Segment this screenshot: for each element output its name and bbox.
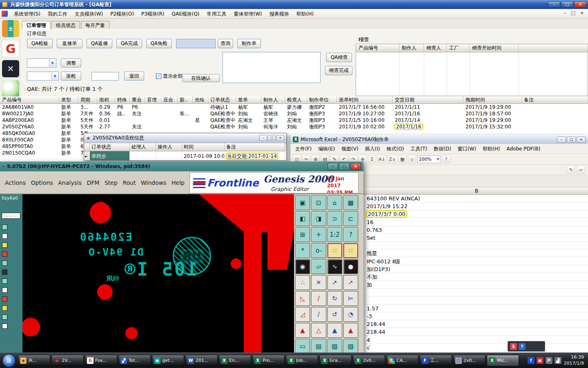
qa-action-button-3[interactable]: QA完成 bbox=[116, 39, 142, 48]
genesis-tool-icon[interactable]: ▤ bbox=[311, 339, 326, 352]
qa-action-button-1[interactable]: 返修单 bbox=[57, 39, 82, 48]
excel-maximize-button[interactable]: □ bbox=[567, 137, 576, 143]
layer-tile[interactable] bbox=[2, 287, 7, 293]
taskbar-item-9[interactable]: XGra... bbox=[319, 355, 352, 366]
chart-wizard-icon[interactable]: ▦ bbox=[399, 155, 407, 163]
genesis-tool-icon[interactable]: ◺ bbox=[295, 291, 310, 306]
order-table-row[interactable]: 8W00217JA0新单7天件0.36战..关注客...QAE检查中刘灿雷晓佳刘… bbox=[0, 110, 588, 117]
printer-icon[interactable]: P bbox=[546, 357, 552, 364]
genesis-tool-icon[interactable]: ⊏ bbox=[343, 211, 358, 226]
step-tab[interactable]: 0zy6a0 bbox=[0, 194, 22, 202]
genesis-tool-icon[interactable]: / bbox=[311, 291, 326, 306]
autosum-icon[interactable]: Σ bbox=[368, 155, 376, 163]
audit-column-header[interactable]: 产品编号 bbox=[356, 44, 399, 52]
genesis-tool-icon[interactable]: ↺ bbox=[327, 307, 342, 322]
genesis-tool-icon[interactable]: ⊨ bbox=[343, 291, 358, 306]
audit-done-button[interactable]: 稽查完成 bbox=[325, 66, 352, 75]
genesis-tool-icon[interactable]: △ bbox=[311, 323, 326, 338]
product-code-field[interactable] bbox=[176, 39, 216, 48]
result-listbox[interactable] bbox=[223, 52, 321, 83]
taskbar-clock[interactable]: 16:39 2017/1/9 bbox=[564, 355, 584, 366]
order-column-header[interactable]: 盲埋 bbox=[145, 96, 161, 104]
genesis-menu-rout[interactable]: Rout bbox=[122, 180, 136, 186]
audit-column-header[interactable]: 稽查人 bbox=[424, 44, 447, 52]
main-menu-item-2[interactable]: 文员模块(W) bbox=[71, 9, 107, 19]
order-column-header[interactable]: 制作单位 bbox=[307, 96, 337, 104]
genesis-tool-icon[interactable]: ◔ bbox=[343, 307, 358, 322]
layer-tile[interactable] bbox=[2, 242, 7, 248]
genesis-tool-icon[interactable]: ● bbox=[343, 259, 358, 274]
layer-tile[interactable] bbox=[2, 278, 7, 284]
excel-menu-item-2[interactable]: 视图(V) bbox=[338, 144, 362, 154]
layer-tile[interactable] bbox=[2, 296, 7, 302]
show-all-checkbox[interactable]: ✓ bbox=[156, 74, 161, 79]
window-menu-icon[interactable]: - bbox=[2, 164, 4, 169]
excel-menu-item-3[interactable]: 插入(I) bbox=[362, 144, 383, 154]
plant-icon[interactable] bbox=[2, 80, 19, 97]
main-menu-item-0[interactable]: 系统管理(S) bbox=[10, 9, 44, 19]
taskbar-item-14[interactable]: XMic... bbox=[487, 355, 519, 366]
main-menu-item-7[interactable]: 窗体管理(W) bbox=[230, 9, 266, 19]
genesis-tool-icon[interactable]: * bbox=[295, 243, 310, 258]
main-menu-item-6[interactable]: 常用工具 bbox=[203, 9, 230, 19]
adjust-select[interactable]: ▼ bbox=[27, 58, 56, 67]
dispatch-select[interactable]: ▼ bbox=[27, 72, 59, 81]
order-column-header[interactable]: 产品编号 bbox=[0, 96, 59, 104]
main-menu-item-3[interactable]: P2模块(O) bbox=[107, 9, 138, 19]
tools-icon[interactable]: ✕ bbox=[2, 60, 19, 77]
dialog-column-header[interactable]: 操作人 bbox=[156, 143, 182, 151]
order-column-header[interactable]: 新.. bbox=[178, 96, 193, 104]
start-button[interactable]: ⊞ bbox=[2, 354, 16, 367]
genesis-tool-icon[interactable]: 1:2 bbox=[327, 227, 342, 242]
excel-menu-item-6[interactable]: 数据(D) bbox=[430, 144, 454, 154]
genesis-tool-icon[interactable]: ∴ bbox=[295, 275, 310, 290]
genesis-tool-icon[interactable]: ▲ bbox=[343, 323, 358, 338]
dialog-column-header[interactable]: 订单状态 bbox=[90, 143, 130, 151]
online-confirm-button[interactable]: 在线确认 bbox=[182, 74, 220, 82]
main-menu-item-5[interactable]: QAE模块(Q) bbox=[168, 9, 203, 19]
genesis-tool-icon[interactable]: ◧ bbox=[295, 211, 310, 226]
excel-menu-item-7[interactable]: 窗口(W) bbox=[454, 144, 479, 154]
mdi-minimize-icon[interactable]: – bbox=[564, 10, 566, 16]
dialog-maximize-button[interactable]: □ bbox=[268, 135, 276, 141]
excel-menu-item-0[interactable]: 文件(F) bbox=[292, 144, 315, 154]
qa-action-button-4[interactable]: QA免检 bbox=[146, 39, 172, 48]
main-menu-item-9[interactable]: 帮助(H) bbox=[293, 9, 317, 19]
order-column-header[interactable]: 周期 bbox=[78, 96, 97, 104]
order-column-header[interactable]: 面积 bbox=[97, 96, 115, 104]
layer-tile[interactable] bbox=[2, 224, 7, 230]
mdi-restore-icon[interactable]: □ bbox=[571, 10, 575, 16]
order-column-header[interactable]: 派单时间 bbox=[337, 96, 393, 104]
main-menu-item-8[interactable]: 报表模块 bbox=[266, 9, 293, 19]
order-column-header[interactable]: 类型 bbox=[59, 96, 78, 104]
dialog-table-row[interactable]: ►单同步2017-01-09 10:02:05当前交期:2017-01-14 bbox=[84, 151, 286, 161]
dialog-column-header[interactable]: 时间 bbox=[182, 143, 225, 151]
taskbar-item-11[interactable]: CCA... bbox=[386, 355, 419, 366]
genesis-tool-icon[interactable]: ⊃ bbox=[327, 211, 342, 226]
palette-icon[interactable]: ± bbox=[2, 20, 19, 37]
order-column-header[interactable]: 重合 bbox=[130, 96, 145, 104]
query-button[interactable]: 查询 bbox=[218, 39, 233, 48]
minimize-button[interactable]: – bbox=[548, 1, 560, 8]
close-button[interactable]: × bbox=[574, 1, 586, 8]
genesis-menu-analysis[interactable]: Analysis bbox=[58, 180, 82, 186]
chevron-down-icon[interactable]: ▼ bbox=[51, 72, 58, 80]
genesis-menu-step[interactable]: Step bbox=[105, 180, 118, 186]
genesis-tool-icon[interactable]: ⌂ bbox=[327, 195, 342, 210]
pcb-tray-icon[interactable]: ▣ bbox=[537, 357, 543, 364]
qa-action-button-2[interactable]: QA返修 bbox=[87, 39, 112, 48]
genesis-tool-icon[interactable]: ▱ bbox=[311, 259, 326, 274]
layer-tile[interactable] bbox=[2, 323, 7, 329]
genesis-tool-icon[interactable]: ▲ bbox=[327, 323, 342, 338]
layer-tile[interactable] bbox=[2, 251, 7, 257]
genesis-menu-help[interactable]: Help bbox=[172, 180, 185, 186]
excel-minimize-button[interactable]: – bbox=[557, 137, 566, 143]
return-button[interactable]: 退回 bbox=[124, 72, 144, 81]
genesis-tool-icon[interactable]: ⊡ bbox=[311, 195, 326, 210]
taskbar-item-8[interactable]: XJob... bbox=[286, 355, 318, 366]
help-tray-icon[interactable]: ? bbox=[519, 343, 526, 350]
order-column-header[interactable]: 订单状态 bbox=[208, 96, 236, 104]
taskbar-item-4[interactable]: ◉get... bbox=[152, 355, 184, 366]
frontline-tray-icon[interactable]: f bbox=[528, 357, 535, 364]
genesis-menu-windows[interactable]: Windows bbox=[141, 180, 167, 186]
